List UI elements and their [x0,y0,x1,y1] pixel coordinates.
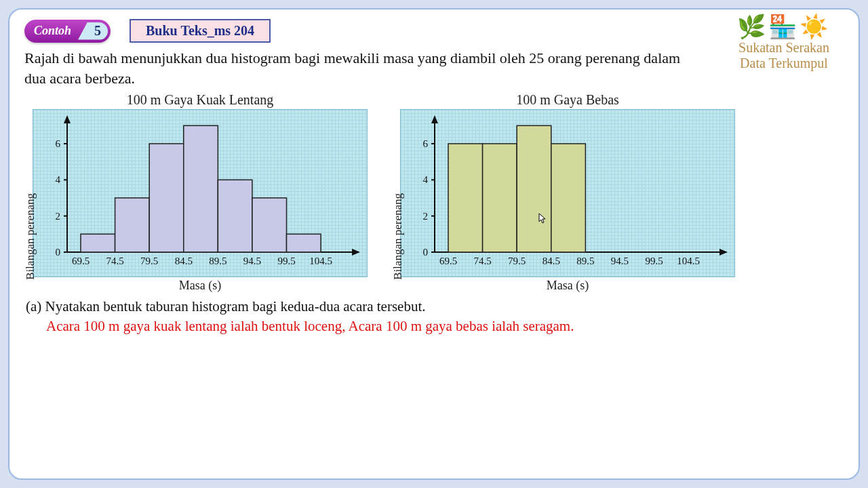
svg-rect-5 [115,198,150,252]
sub-question-a: (a) Nyatakan bentuk taburan histogram ba… [26,298,844,315]
svg-text:69.5: 69.5 [72,256,90,266]
svg-text:89.5: 89.5 [576,256,594,266]
contoh-label: Contoh [34,24,71,38]
svg-marker-28 [431,115,438,123]
svg-text:6: 6 [56,138,61,149]
svg-rect-31 [448,144,483,252]
svg-text:84.5: 84.5 [542,256,560,266]
textbook-ref-box: Buku Teks_ms 204 [130,19,271,43]
svg-marker-3 [352,249,360,256]
svg-text:99.5: 99.5 [277,256,295,266]
x-axis-label-2: Masa (s) [547,279,589,293]
svg-text:99.5: 99.5 [645,256,663,266]
chart-plot-2: Bilangan perenang 024669.574.579.584.589… [400,109,735,277]
svg-text:104.5: 104.5 [309,256,332,266]
x-axis-label-1: Masa (s) [179,279,221,293]
svg-text:94.5: 94.5 [243,256,261,266]
chart-block-lentang: 100 m Gaya Kuak Lentang Bilangan perenan… [33,92,368,293]
svg-text:94.5: 94.5 [611,256,629,266]
deco-line-2: Data Terkumpul [716,56,852,71]
svg-rect-8 [218,180,252,253]
svg-text:69.5: 69.5 [439,256,457,266]
deco-line-1: Sukatan Serakan [716,40,852,56]
decorative-icons: 🌿🏪☀️ [716,14,852,40]
svg-text:74.5: 74.5 [106,256,123,266]
svg-text:4: 4 [423,175,429,186]
chart-block-bebas: 100 m Gaya Bebas Bilangan perenang 02466… [400,92,735,293]
contoh-number: 5 [78,22,108,40]
svg-text:84.5: 84.5 [175,256,193,266]
answer-a: Acara 100 m gaya kuak lentang ialah bent… [46,318,844,335]
svg-rect-9 [252,198,287,252]
charts-row: 100 m Gaya Kuak Lentang Bilangan perenan… [33,92,844,293]
svg-marker-30 [719,249,728,256]
svg-rect-34 [551,144,586,252]
svg-text:79.5: 79.5 [508,256,526,266]
svg-rect-33 [517,126,551,253]
chart-title-2: 100 m Gaya Bebas [516,92,619,108]
svg-text:6: 6 [423,138,429,149]
svg-rect-4 [81,235,115,253]
question-text: Rajah di bawah menunjukkan dua histogram… [24,48,703,88]
svg-text:4: 4 [56,175,61,186]
svg-rect-6 [149,144,184,252]
chart-svg-1: 024669.574.579.584.589.594.599.5104.5 [33,110,368,278]
svg-text:0: 0 [423,247,429,258]
chart-title-1: 100 m Gaya Kuak Lentang [127,92,274,108]
svg-text:74.5: 74.5 [473,256,491,266]
svg-rect-32 [483,144,517,252]
svg-rect-10 [287,235,321,253]
chart-plot-1: Bilangan perenang 024669.574.579.584.589… [33,109,368,277]
chart-svg-2: 024669.574.579.584.589.594.599.5104.5 [401,110,736,278]
decorative-badge: 🌿🏪☀️ Sukatan Serakan Data Terkumpul [716,14,852,71]
slide-card: Contoh 5 Buku Teks_ms 204 🌿🏪☀️ Sukatan S… [8,8,860,480]
svg-text:2: 2 [56,211,61,222]
svg-text:2: 2 [423,211,429,222]
contoh-pill: Contoh 5 [24,20,111,43]
svg-rect-7 [184,126,218,253]
svg-text:0: 0 [56,247,61,258]
svg-marker-1 [64,115,71,123]
svg-text:104.5: 104.5 [677,256,700,266]
svg-text:79.5: 79.5 [140,256,158,266]
svg-text:89.5: 89.5 [209,256,226,266]
